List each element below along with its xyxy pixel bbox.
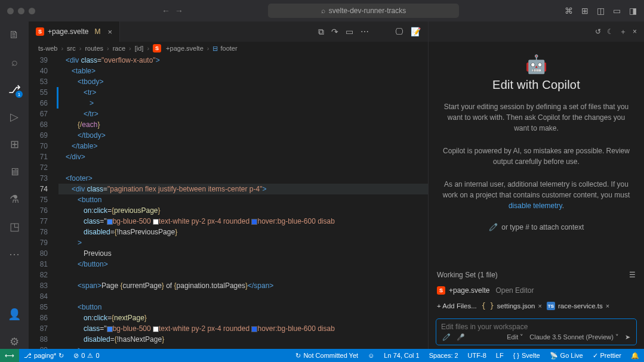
copilot-desc-2: Copilot is powered by AI, so mistakes ar… bbox=[429, 140, 644, 173]
container-icon[interactable]: ◳ bbox=[7, 219, 21, 234]
testing-icon[interactable]: ⚗ bbox=[7, 192, 21, 206]
layout-icon-4[interactable]: ◨ bbox=[629, 6, 637, 16]
copilot-textfield[interactable] bbox=[441, 323, 631, 331]
search-text: svelte-dev-runner-tracks bbox=[329, 7, 406, 15]
feedback-icon[interactable]: ☺ bbox=[363, 349, 379, 362]
compare-icon[interactable]: ⧉ bbox=[318, 27, 324, 37]
main-area: 🗎 ⌕ ⎇1 ▷ ⊞ 🖥 ⚗ ◳ ⋯ 👤 ⚙ S +page.svelte M … bbox=[0, 21, 644, 349]
layout-icon-1[interactable]: ⊞ bbox=[581, 6, 588, 16]
explorer-icon[interactable]: 🗎 bbox=[7, 27, 21, 42]
copilot-desc-1: Start your editing session by defining a… bbox=[429, 95, 644, 140]
breadcrumb-item[interactable]: routes bbox=[85, 45, 103, 52]
svelte-file-icon: S bbox=[36, 27, 44, 36]
ws-open-editor: Open Editor bbox=[495, 286, 534, 295]
nav-back-icon[interactable]: ← bbox=[162, 6, 170, 16]
remote-indicator[interactable]: ⟷ bbox=[0, 349, 19, 362]
extensions-icon[interactable]: ⊞ bbox=[7, 137, 21, 151]
disable-telemetry-link[interactable]: disable telemetry bbox=[509, 202, 562, 210]
chip-close-icon[interactable]: × bbox=[606, 302, 609, 310]
command-center[interactable]: ⌕ svelte-dev-runner-tracks bbox=[268, 4, 459, 18]
pull-icon[interactable]: ↷ bbox=[331, 27, 338, 37]
layout-icon-2[interactable]: ◫ bbox=[597, 6, 605, 16]
titlebar: ← → ⌕ svelte-dev-runner-tracks ⌘ ⊞ ◫ ▭ ◨ bbox=[0, 0, 644, 21]
commit-status[interactable]: ↻ Not Committed Yet bbox=[291, 349, 363, 362]
indent-indicator[interactable]: Spaces: 2 bbox=[424, 349, 463, 362]
panel-icon-2[interactable]: 📝 bbox=[411, 27, 421, 37]
typescript-icon: TS bbox=[547, 302, 555, 310]
model-selector[interactable]: Claude 3.5 Sonnet (Preview) ˅ bbox=[529, 333, 619, 341]
attach-icon[interactable]: 🧷 bbox=[442, 333, 451, 341]
svelte-file-icon: S bbox=[437, 286, 445, 295]
ws-file-row[interactable]: S +page.svelte Open Editor bbox=[429, 284, 644, 297]
more-icon[interactable]: ⋯ bbox=[7, 247, 21, 261]
chip-settings[interactable]: { }settings.json× bbox=[482, 302, 542, 310]
source-control-icon[interactable]: ⎇1 bbox=[7, 82, 21, 97]
tab-close-icon[interactable]: × bbox=[107, 27, 112, 36]
history-icon[interactable]: ↺ bbox=[595, 27, 601, 36]
tab-label: +page.svelte bbox=[48, 27, 88, 36]
language-indicator[interactable]: { } Svelte bbox=[509, 349, 545, 362]
code-editor[interactable]: 3940535566676869707172737475767778798081… bbox=[29, 55, 428, 349]
copilot-titlebar-icon[interactable]: ⌘ bbox=[565, 6, 573, 16]
scm-badge: 1 bbox=[16, 91, 23, 98]
layout-icon-3[interactable]: ▭ bbox=[613, 6, 621, 16]
breadcrumb-item[interactable]: race bbox=[113, 45, 125, 52]
settings-icon[interactable]: ⚙ bbox=[7, 335, 21, 349]
cop-tab-icon[interactable]: ☾ bbox=[607, 27, 614, 36]
breadcrumb-item[interactable]: src bbox=[67, 45, 76, 52]
copilot-panel: ↺ ☾ ＋ × 🤖 Edit with Copilot Start your e… bbox=[428, 21, 644, 349]
working-set-label: Working Set (1 file) bbox=[437, 271, 498, 279]
split-icon[interactable]: ▭ bbox=[346, 27, 353, 37]
send-icon[interactable]: ➤ bbox=[625, 333, 630, 341]
more-tab-icon[interactable]: ⋯ bbox=[360, 27, 369, 37]
attach-hint: 🧷 or type # to attach context bbox=[429, 217, 644, 237]
copilot-desc-3: As an internal user, additional telemetr… bbox=[429, 173, 644, 217]
tab-actions: ⧉ ↷ ▭ ⋯ 🖵 📝 bbox=[318, 27, 428, 37]
mic-icon[interactable]: 🎤 bbox=[457, 333, 465, 341]
accounts-icon[interactable]: 👤 bbox=[7, 307, 21, 321]
tab-bar: S +page.svelte M × ⧉ ↷ ▭ ⋯ 🖵 📝 bbox=[29, 21, 428, 42]
window-controls[interactable] bbox=[7, 8, 35, 14]
breadcrumb-item[interactable]: footer bbox=[220, 45, 237, 52]
editor-area: S +page.svelte M × ⧉ ↷ ▭ ⋯ 🖵 📝 ts-web›sr… bbox=[29, 21, 428, 349]
breadcrumb-item[interactable]: [id] bbox=[135, 45, 144, 52]
mode-selector[interactable]: Edit ˅ bbox=[507, 333, 523, 341]
chip-race-service[interactable]: TSrace-service.ts× bbox=[547, 302, 609, 310]
max-dot[interactable] bbox=[29, 8, 35, 14]
debug-icon[interactable]: ▷ bbox=[7, 110, 21, 124]
add-files-button[interactable]: + Add Files... bbox=[437, 302, 477, 310]
tab-modified: M bbox=[94, 27, 100, 36]
tab-page-svelte[interactable]: S +page.svelte M × bbox=[29, 21, 120, 42]
working-set-settings-icon[interactable]: ☰ bbox=[629, 271, 636, 279]
copilot-logo-icon: 🤖 bbox=[525, 54, 547, 75]
nav-forward-icon[interactable]: → bbox=[175, 6, 183, 16]
ws-filename: +page.svelte bbox=[449, 286, 489, 295]
breadcrumb-item[interactable]: ts-web bbox=[38, 45, 57, 52]
chip-close-icon[interactable]: × bbox=[538, 302, 542, 310]
encoding-indicator[interactable]: UTF-8 bbox=[463, 349, 491, 362]
min-dot[interactable] bbox=[18, 8, 24, 14]
json-icon: { } bbox=[482, 302, 494, 310]
close-dot[interactable] bbox=[7, 8, 14, 14]
status-bar: ⟷ ⎇ paging* ↻ ⊘ 0 ⚠ 0 ↻ Not Committed Ye… bbox=[0, 349, 644, 362]
bell-icon[interactable]: 🔔 bbox=[626, 349, 644, 362]
copilot-input[interactable]: 🧷 🎤 Edit ˅ Claude 3.5 Sonnet (Preview) ˅… bbox=[436, 318, 637, 345]
branch-indicator[interactable]: ⎇ paging* ↻ bbox=[19, 349, 69, 362]
new-chat-icon[interactable]: ＋ bbox=[620, 27, 627, 37]
go-live-button[interactable]: 📡 Go Live bbox=[545, 349, 588, 362]
eol-indicator[interactable]: LF bbox=[491, 349, 509, 362]
cop-close-icon[interactable]: × bbox=[633, 27, 637, 36]
breadcrumbs[interactable]: ts-web›src›routes›race›[id]›S+page.svelt… bbox=[29, 42, 428, 55]
search-activity-icon[interactable]: ⌕ bbox=[7, 55, 21, 69]
search-icon: ⌕ bbox=[321, 7, 325, 15]
prettier-indicator[interactable]: ✓ Prettier bbox=[588, 349, 626, 362]
cursor-position[interactable]: Ln 74, Col 1 bbox=[379, 349, 424, 362]
copilot-title: Edit with Copilot bbox=[492, 78, 580, 92]
activity-bar: 🗎 ⌕ ⎇1 ▷ ⊞ 🖥 ⚗ ◳ ⋯ 👤 ⚙ bbox=[0, 21, 29, 349]
remote-icon[interactable]: 🖥 bbox=[7, 165, 21, 179]
problems-indicator[interactable]: ⊘ 0 ⚠ 0 bbox=[69, 349, 104, 362]
panel-icon-1[interactable]: 🖵 bbox=[395, 27, 403, 37]
breadcrumb-item[interactable]: +page.svelte bbox=[166, 45, 204, 52]
